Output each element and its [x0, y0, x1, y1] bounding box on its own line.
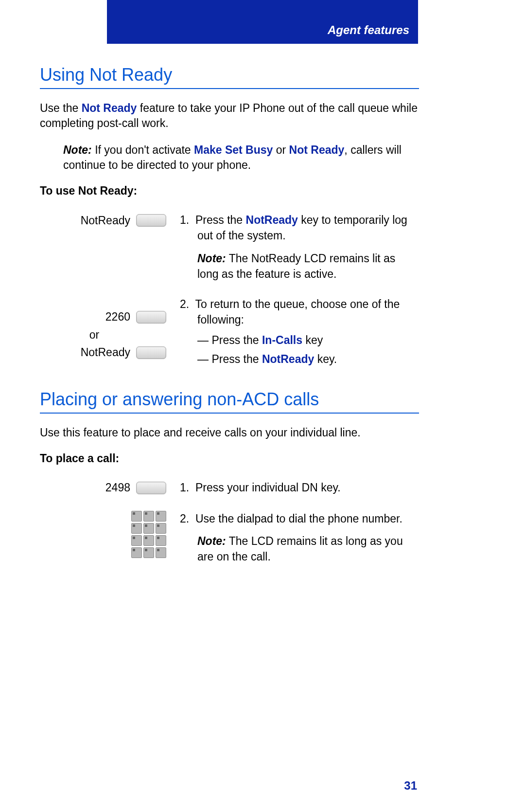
key-label: 2260: [105, 310, 130, 324]
softkey-icon: [136, 311, 166, 324]
step1-text: 1. Press the NotReady key to temporarily…: [180, 212, 419, 243]
page: Agent features Using Not Ready Use the N…: [0, 0, 525, 812]
s2-step2-text: 2. Use the dialpad to dial the phone num…: [180, 511, 419, 526]
dash-item: — Press the NotReady key.: [197, 351, 419, 367]
section1-title: Using Not Ready: [40, 65, 419, 89]
not-ready-link: Not Ready: [289, 144, 345, 156]
key-col: [40, 511, 166, 558]
section2-subheading: To place a call:: [40, 452, 419, 465]
key-line: 2498: [105, 480, 166, 496]
note-label: Note:: [63, 144, 92, 156]
s2-step2-row: 2. Use the dialpad to dial the phone num…: [40, 511, 419, 565]
s2-step2-note: Note: The LCD remains lit as long as you…: [180, 533, 419, 564]
note-label: Note:: [197, 535, 226, 547]
or-label: or: [40, 328, 166, 342]
notready-link: NotReady: [262, 353, 314, 365]
step-num: 1.: [180, 481, 189, 494]
section2-title: Placing or answering non-ACD calls: [40, 389, 419, 414]
key-line: NotReady: [81, 344, 166, 361]
key-line: NotReady: [81, 212, 166, 229]
make-set-busy-link: Make Set Busy: [194, 144, 273, 156]
pad-key-icon: [131, 535, 142, 546]
step1-note: Note: The NotReady LCD remains lit as lo…: [180, 251, 419, 282]
dialpad-icon: [131, 511, 166, 558]
key-col: NotReady: [40, 212, 166, 229]
section2-intro: Use this feature to place and receive ca…: [40, 425, 419, 440]
softkey-icon: [136, 482, 166, 494]
s2-step1-row: 2498 1. Press your individual DN key.: [40, 480, 419, 496]
pad-key-icon: [143, 523, 154, 534]
s2-step1-text: 1. Press your individual DN key.: [180, 480, 419, 495]
step-num: 1.: [180, 214, 189, 226]
step1-row: NotReady 1. Press the NotReady key to te…: [40, 212, 419, 282]
dialpad-wrap: [131, 511, 166, 558]
text: Use the dialpad to dial the phone number…: [195, 512, 402, 525]
text: If you don't activate: [92, 144, 194, 156]
pad-key-icon: [156, 547, 166, 558]
notready-link: NotReady: [246, 214, 298, 226]
text: Press your individual DN key.: [195, 481, 341, 494]
text: Press the: [195, 214, 246, 226]
step-col: 2. To return to the queue, choose one of…: [166, 296, 419, 370]
sub-list: — Press the In-Calls key — Press the Not…: [180, 332, 419, 366]
dash-item: — Press the In-Calls key: [197, 332, 419, 348]
step-col: 1. Press your individual DN key.: [166, 480, 419, 495]
step2-row: 2260 or NotReady 2. To return to the que…: [40, 296, 419, 370]
text: — Press the: [197, 334, 262, 346]
section1-intro: Use the Not Ready feature to take your I…: [40, 101, 419, 131]
key-col: 2260 or NotReady: [40, 296, 166, 361]
step-col: 1. Press the NotReady key to temporarily…: [166, 212, 419, 282]
pad-key-icon: [131, 511, 142, 522]
text: key.: [314, 353, 337, 365]
text: key: [302, 334, 323, 346]
text: or: [273, 144, 289, 156]
page-number: 31: [404, 779, 417, 793]
key-col: 2498: [40, 480, 166, 496]
key-label: NotReady: [81, 214, 130, 227]
note-label: Note:: [197, 252, 226, 265]
text: The NotReady LCD remains lit as long as …: [197, 252, 395, 280]
content: Using Not Ready Use the Not Ready featur…: [40, 51, 419, 579]
not-ready-link: Not Ready: [82, 102, 137, 114]
text: To return to the queue, choose one of th…: [195, 298, 400, 326]
header-bar: Agent features: [107, 0, 418, 44]
section1-note: Note: If you don't activate Make Set Bus…: [63, 143, 419, 173]
step-num: 2.: [180, 298, 189, 310]
key-label: 2498: [105, 481, 130, 494]
key-line: 2260: [105, 309, 166, 325]
text: The LCD remains lit as long as you are o…: [197, 535, 403, 563]
header-title: Agent features: [328, 23, 409, 37]
section1-subheading: To use Not Ready:: [40, 184, 419, 198]
pad-key-icon: [156, 535, 166, 546]
in-calls-link: In-Calls: [262, 334, 302, 346]
pad-key-icon: [143, 547, 154, 558]
step2-text: 2. To return to the queue, choose one of…: [180, 296, 419, 327]
softkey-icon: [136, 346, 166, 359]
key-label: NotReady: [81, 346, 130, 359]
pad-key-icon: [131, 547, 142, 558]
step-num: 2.: [180, 512, 189, 525]
pad-key-icon: [156, 523, 166, 534]
pad-key-icon: [131, 523, 142, 534]
text: Use the: [40, 102, 82, 114]
pad-key-icon: [143, 535, 154, 546]
softkey-icon: [136, 214, 166, 227]
text: — Press the: [197, 353, 262, 365]
pad-key-icon: [156, 511, 166, 522]
pad-key-icon: [143, 511, 154, 522]
step-col: 2. Use the dialpad to dial the phone num…: [166, 511, 419, 565]
